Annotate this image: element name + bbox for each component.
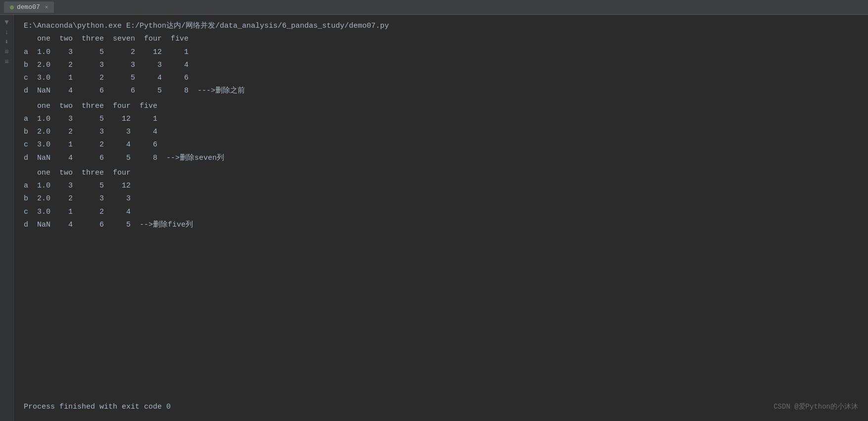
table2-row-b: b 2.0 2 3 3 4 xyxy=(24,126,858,139)
table2-row-d: d NaN 4 6 5 8 -->删除seven列 xyxy=(24,152,858,165)
table3-row-d: d NaN 4 6 5 -->删除five列 xyxy=(24,219,858,232)
tab-close-icon[interactable]: × xyxy=(45,4,48,10)
table3-row-c: c 3.0 1 2 4 xyxy=(24,206,858,219)
main-content: E:\Anaconda\python.exe E:/Python达内/网络并发/… xyxy=(14,15,868,421)
process-line: Process finished with exit code 0 xyxy=(24,403,171,411)
table3-comment: 删除five列 xyxy=(153,221,193,229)
gutter-icon-5: ≡ xyxy=(4,58,8,65)
gutter-icon-4: ≡ xyxy=(4,48,8,55)
table2-block: one two three four five a 1.0 3 5 12 1 b… xyxy=(24,100,858,165)
table1-row-a: a 1.0 3 5 2 12 1 xyxy=(24,46,858,59)
table1-comment: 删除之前 xyxy=(215,87,245,95)
table1-row-c: c 3.0 1 2 5 4 6 xyxy=(24,72,858,85)
table2-row-c: c 3.0 1 2 4 6 xyxy=(24,139,858,151)
table2-row-a: a 1.0 3 5 12 1 xyxy=(24,113,858,126)
tab-dot xyxy=(10,5,14,9)
gutter-icon-1: ▼ xyxy=(4,19,8,26)
table1-row-d: d NaN 4 6 6 5 8 --->删除之前 xyxy=(24,85,858,97)
cmd-line: E:\Anaconda\python.exe E:/Python达内/网络并发/… xyxy=(24,20,858,33)
gutter-icon-2: ↓ xyxy=(4,29,8,36)
table2-header: one two three four five xyxy=(24,100,858,113)
watermark: CSDN @爱Python的小沐沐 xyxy=(773,402,858,411)
table1-block: one two three seven four five a 1.0 3 5 … xyxy=(24,33,858,97)
table3-row-a: a 1.0 3 5 12 xyxy=(24,180,858,192)
table3-row-b: b 2.0 2 3 3 xyxy=(24,192,858,205)
file-tab[interactable]: demo07 × xyxy=(4,1,54,13)
gutter-icon-3: ⬇ xyxy=(4,39,8,46)
table3-block: one two three four a 1.0 3 5 12 b 2.0 2 … xyxy=(24,167,858,232)
table1-header: one two three seven four five xyxy=(24,33,858,46)
title-bar: demo07 × xyxy=(0,0,868,15)
table1-row-b: b 2.0 2 3 3 3 4 xyxy=(24,59,858,72)
table3-header: one two three four xyxy=(24,167,858,180)
tab-label: demo07 xyxy=(17,3,40,11)
table2-comment: 删除seven列 xyxy=(180,154,224,162)
left-gutter: ▼ ↓ ⬇ ≡ ≡ xyxy=(0,15,14,421)
